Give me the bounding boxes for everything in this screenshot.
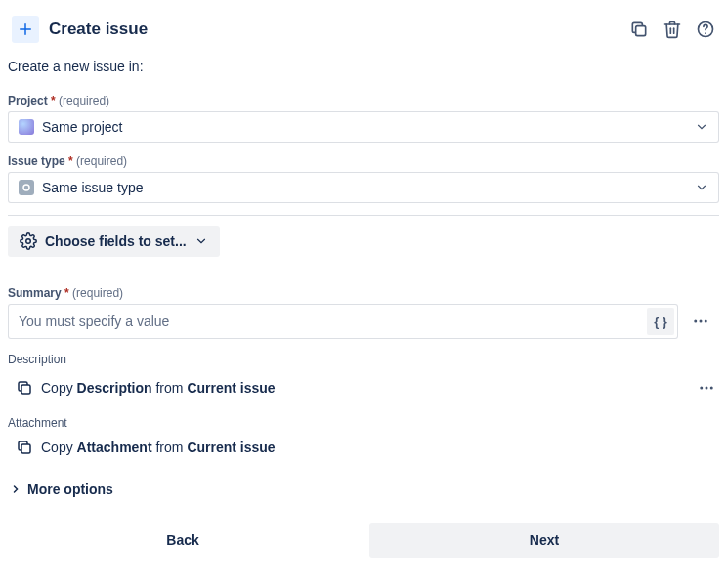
choose-fields-label: Choose fields to set...: [45, 233, 187, 249]
help-button[interactable]: [696, 20, 715, 39]
attachment-label: Attachment: [8, 416, 719, 430]
svg-rect-14: [21, 444, 30, 453]
header-left: Create issue: [12, 16, 148, 43]
smart-value-button[interactable]: { }: [647, 308, 674, 335]
summary-label: Summary * (required): [8, 286, 719, 300]
project-select-value: Same project: [42, 119, 122, 135]
issue-type-select[interactable]: Same issue type: [8, 172, 719, 203]
trash-icon: [663, 20, 682, 39]
header: Create issue: [8, 8, 719, 55]
issue-type-select-value: Same issue type: [42, 180, 144, 195]
issue-type-icon: [19, 180, 34, 195]
summary-row: { }: [8, 304, 719, 339]
project-avatar-icon: [19, 119, 34, 135]
chevron-down-icon: [194, 234, 208, 248]
dots-horizontal-icon: [692, 313, 709, 330]
help-icon: [696, 20, 715, 39]
description-copy-toggle[interactable]: Copy Description from Current issue: [16, 379, 684, 397]
gear-icon: [20, 232, 37, 250]
more-options-label: More options: [27, 482, 113, 497]
divider: [8, 215, 719, 216]
chevron-right-icon: [10, 483, 21, 495]
svg-rect-10: [21, 385, 30, 394]
chevron-down-icon: [695, 120, 708, 134]
svg-point-13: [710, 387, 713, 390]
header-actions: [629, 20, 715, 39]
issue-type-label: Issue type * (required): [8, 154, 719, 168]
footer-actions: Back Next: [8, 523, 719, 558]
copy-icon: [16, 379, 33, 397]
next-button[interactable]: Next: [369, 523, 719, 558]
summary-more-button[interactable]: [688, 309, 713, 334]
description-label: Description: [8, 353, 719, 366]
svg-point-12: [706, 387, 708, 390]
choose-fields-button[interactable]: Choose fields to set...: [8, 226, 220, 257]
svg-point-7: [694, 320, 697, 323]
svg-point-8: [700, 320, 703, 323]
copy-icon: [16, 439, 33, 456]
svg-point-9: [705, 320, 707, 323]
chevron-down-icon: [695, 181, 708, 194]
summary-input-container: { }: [8, 304, 678, 339]
more-options-toggle[interactable]: More options: [8, 466, 719, 519]
back-button[interactable]: Back: [8, 523, 358, 558]
attachment-copy-row: Copy Attachment from Current issue: [8, 436, 719, 466]
summary-input[interactable]: [9, 305, 644, 338]
page-title: Create issue: [49, 20, 148, 39]
stack-icon: [629, 20, 649, 39]
create-issue-plus-button[interactable]: [12, 16, 39, 43]
project-select[interactable]: Same project: [8, 111, 719, 143]
attachment-copy-toggle[interactable]: Copy Attachment from Current issue: [16, 439, 719, 456]
description-copy-row: Copy Description from Current issue: [8, 372, 719, 410]
plus-icon: [17, 21, 34, 38]
delete-button[interactable]: [663, 20, 682, 39]
subtitle: Create a new issue in:: [8, 55, 719, 88]
svg-point-11: [700, 387, 703, 390]
duplicate-button[interactable]: [629, 20, 649, 39]
project-label: Project * (required): [8, 94, 719, 107]
svg-point-5: [23, 185, 29, 190]
svg-rect-2: [636, 26, 646, 36]
dots-horizontal-icon: [698, 379, 715, 397]
svg-point-6: [26, 239, 31, 244]
description-more-button[interactable]: [694, 375, 719, 400]
